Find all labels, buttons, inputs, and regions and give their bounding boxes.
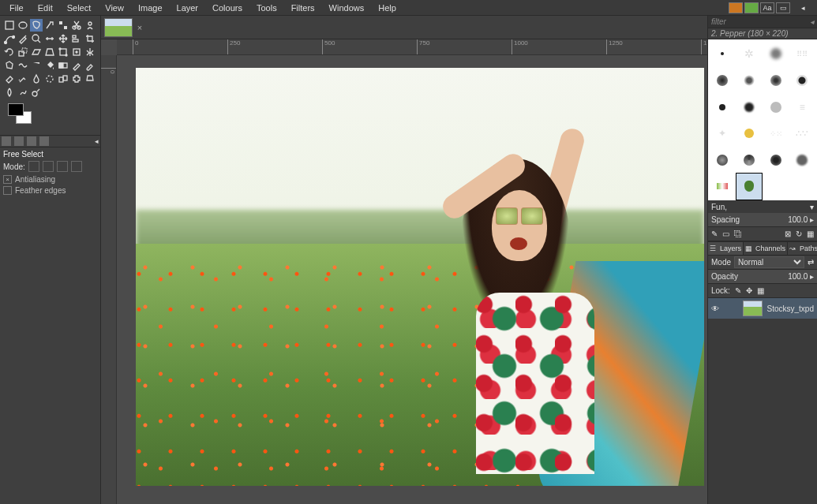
tool-ink[interactable] <box>30 73 43 85</box>
layer-name[interactable]: Stocksy_txpd <box>767 304 814 313</box>
brush-category-select[interactable]: Fun, <box>711 203 727 211</box>
image-canvas[interactable] <box>136 68 704 486</box>
brush-item[interactable] <box>763 41 789 67</box>
menu-edit[interactable]: Edit <box>32 2 59 14</box>
open-as-image-icon[interactable]: ▦ <box>807 230 814 238</box>
tooloptions-tab-icon[interactable] <box>2 136 11 146</box>
refresh-brush-icon[interactable]: ↻ <box>796 230 802 238</box>
mode-add[interactable] <box>43 161 54 172</box>
menu-windows[interactable]: Windows <box>323 2 371 14</box>
tab-close-icon[interactable]: × <box>134 22 145 33</box>
menu-tools[interactable]: Tools <box>250 2 283 14</box>
dock-tab-orange[interactable] <box>729 2 743 13</box>
spinner-icon[interactable]: ▸ <box>810 215 814 224</box>
tool-clone[interactable] <box>57 73 69 85</box>
menu-layer[interactable]: Layer <box>171 2 205 14</box>
spacing-value[interactable]: 100.0 <box>788 215 808 224</box>
lock-pixels-icon[interactable]: ✎ <box>735 286 741 295</box>
tool-blur[interactable] <box>3 86 16 99</box>
edit-brush-icon[interactable]: ✎ <box>711 230 718 238</box>
menu-help[interactable]: Help <box>372 2 403 14</box>
tool-measure[interactable] <box>43 32 56 45</box>
mode-switch-icon[interactable]: ⇄ <box>808 258 814 267</box>
lock-position-icon[interactable]: ✥ <box>746 286 752 295</box>
tool-zoom[interactable] <box>30 32 43 45</box>
dock-menu-icon[interactable]: ◂ <box>810 17 814 26</box>
brush-item[interactable]: ∴∵ <box>789 121 815 147</box>
tab-layers[interactable]: ☰Layers <box>708 242 744 255</box>
lock-alpha-icon[interactable]: ▦ <box>757 286 764 295</box>
tool-crop[interactable] <box>84 32 96 45</box>
brush-filter-input[interactable]: filter <box>711 17 726 26</box>
tool-airbrush[interactable] <box>17 73 29 85</box>
tool-foreground-select[interactable] <box>84 19 96 32</box>
tool-ellipse-select[interactable] <box>17 19 29 32</box>
brush-item[interactable] <box>789 147 815 173</box>
horizontal-ruler[interactable]: 0 250 500 750 1000 1250 1500 <box>117 39 707 55</box>
tool-align[interactable] <box>70 32 83 45</box>
tool-scissors[interactable] <box>70 19 83 32</box>
layer-item[interactable]: 👁 Stocksy_txpd <box>708 298 817 319</box>
tab-channels[interactable]: ▦Channels <box>744 242 788 255</box>
dock-tab-font[interactable]: Aa <box>760 2 774 13</box>
tool-pencil[interactable] <box>70 59 83 72</box>
menu-filters[interactable]: Filters <box>285 2 321 14</box>
tool-warp[interactable] <box>17 59 29 72</box>
tool-cage[interactable] <box>3 59 16 72</box>
menu-select[interactable]: Select <box>61 2 98 14</box>
brush-item[interactable] <box>710 41 736 67</box>
duplicate-brush-icon[interactable]: ⿻ <box>734 230 742 238</box>
brush-item[interactable]: ✲ <box>736 41 763 67</box>
tool-paintbrush[interactable] <box>84 59 96 72</box>
menu-image[interactable]: Image <box>132 2 169 14</box>
new-brush-icon[interactable]: ▭ <box>722 230 729 238</box>
antialias-checkbox[interactable]: × <box>3 175 12 184</box>
tool-eraser[interactable] <box>3 73 16 85</box>
tool-heal[interactable] <box>70 73 83 85</box>
brush-item[interactable] <box>710 147 736 173</box>
brush-item[interactable] <box>789 68 815 94</box>
tool-shear[interactable] <box>30 46 43 58</box>
brush-item[interactable]: ≡ <box>789 94 815 120</box>
dock-tab-doc[interactable]: ▭ <box>776 2 790 13</box>
brush-item[interactable]: ⁘⁙ <box>763 121 789 147</box>
device-tab-icon[interactable] <box>14 136 24 146</box>
tool-scale[interactable] <box>17 46 29 58</box>
tool-fuzzy-select[interactable] <box>43 19 56 32</box>
tool-color-picker[interactable] <box>17 32 29 45</box>
brush-item[interactable] <box>736 68 763 94</box>
delete-brush-icon[interactable]: ⊠ <box>785 230 791 238</box>
menu-file[interactable]: File <box>3 2 30 14</box>
brush-item-pepper[interactable] <box>736 174 763 200</box>
tool-dodge[interactable] <box>30 86 43 99</box>
tool-rect-select[interactable] <box>3 19 16 32</box>
mode-subtract[interactable] <box>57 161 68 172</box>
layer-thumbnail[interactable] <box>743 301 763 316</box>
blend-mode-select[interactable]: Normal <box>734 256 804 268</box>
history-tab-icon[interactable] <box>27 136 36 146</box>
tab-menu-icon[interactable]: ◂ <box>95 137 99 145</box>
brush-item[interactable] <box>763 68 789 94</box>
brush-item[interactable] <box>710 174 736 200</box>
spinner-icon[interactable]: ▸ <box>810 272 814 281</box>
brush-item[interactable] <box>736 121 763 147</box>
brush-item[interactable] <box>736 147 763 173</box>
opacity-value[interactable]: 100.0 <box>788 272 808 281</box>
mode-intersect[interactable] <box>71 161 82 172</box>
brush-item[interactable]: ✦ <box>710 121 736 147</box>
tool-select-by-color[interactable] <box>57 19 69 32</box>
brush-item[interactable] <box>763 147 789 173</box>
color-swatches[interactable] <box>8 103 33 125</box>
tool-unified-transform[interactable] <box>57 46 69 58</box>
tool-flip[interactable] <box>84 46 96 58</box>
tool-free-select[interactable] <box>30 19 43 32</box>
brush-item[interactable] <box>763 94 789 120</box>
brush-item[interactable] <box>710 68 736 94</box>
tool-mypaint[interactable] <box>43 73 56 85</box>
tool-rotate[interactable] <box>3 46 16 58</box>
tool-gradient[interactable] <box>57 59 69 72</box>
tool-bucket-fill[interactable] <box>43 59 56 72</box>
tool-move[interactable] <box>57 32 69 45</box>
feather-checkbox[interactable] <box>3 186 12 195</box>
tool-paths[interactable] <box>3 32 16 45</box>
